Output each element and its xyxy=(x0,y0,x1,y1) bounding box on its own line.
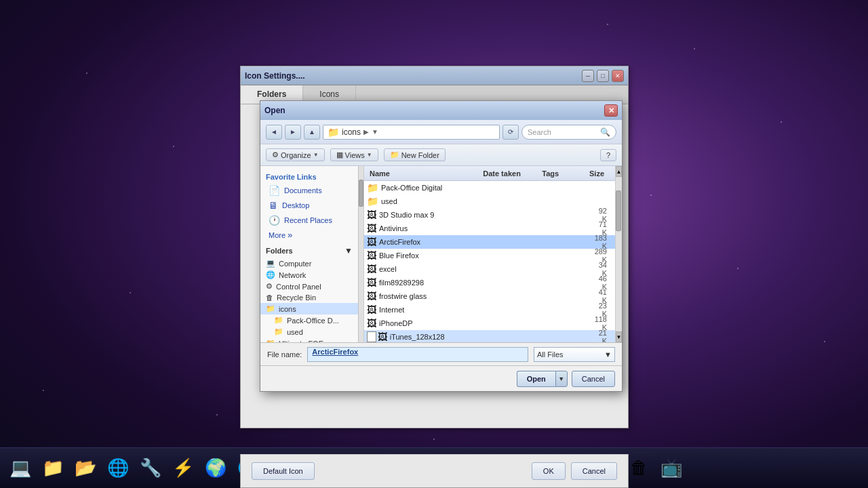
table-row[interactable]: 🖼 Blue Firefox 289 K xyxy=(364,249,615,262)
column-tags[interactable]: Tags xyxy=(542,169,589,178)
folder-item-icons[interactable]: 📁 icons xyxy=(260,303,358,314)
icon-settings-window-controls: ─ □ ✕ xyxy=(582,70,624,82)
file-list-scrollbar[interactable]: ▲ ▼ xyxy=(615,166,622,342)
cancel-settings-button[interactable]: Cancel xyxy=(571,462,617,480)
table-row[interactable]: 🖼 ArcticFirefox 183 K xyxy=(364,235,615,249)
file-icon: 🖼 xyxy=(367,304,376,315)
icon-settings-bottom-bar: Default Icon OK Cancel xyxy=(240,454,629,488)
table-row[interactable]: 📁 Pack-Office Digital xyxy=(364,181,615,195)
taskbar-icon-tools[interactable]: 🔧 xyxy=(136,453,165,483)
file-icon: 🖼 xyxy=(378,331,387,342)
ok-button[interactable]: OK xyxy=(532,462,566,480)
taskbar-icon-folder1[interactable]: 📁 xyxy=(38,453,68,483)
back-button[interactable]: ◄ xyxy=(266,125,282,140)
address-bar[interactable]: 📁 icons ▶ ▼ xyxy=(323,125,500,140)
default-icon-button[interactable]: Default Icon xyxy=(252,462,315,480)
folder-item-network[interactable]: 🌐 Network xyxy=(260,269,358,281)
open-button-dropdown[interactable]: ▼ xyxy=(555,371,568,387)
favorite-links-title: Favorite Links xyxy=(260,169,358,183)
folder-item-recycle-bin[interactable]: 🗑 Recycle Bin xyxy=(260,292,358,303)
scroll-thumb[interactable] xyxy=(616,190,621,231)
up-button[interactable]: ▲ xyxy=(304,125,320,140)
checkbox-icon[interactable] xyxy=(367,331,376,342)
taskbar-icon-globe1[interactable]: 🌍 xyxy=(201,453,231,483)
taskbar-icon-network[interactable]: 🌐 xyxy=(103,453,133,483)
taskbar-icon-monitor[interactable]: 📺 xyxy=(656,453,686,483)
folder-item-used[interactable]: 📁 used xyxy=(260,326,358,338)
sidebar-scroll-thumb[interactable] xyxy=(359,180,363,207)
pack-office-label: Pack-Office D... xyxy=(287,317,339,325)
column-date[interactable]: Date taken xyxy=(483,169,542,178)
cancel-button[interactable]: Cancel xyxy=(572,371,615,387)
icons-folder-icon: 📁 xyxy=(266,304,275,313)
table-row[interactable]: 📁 used xyxy=(364,195,615,208)
organize-button[interactable]: ⚙ Organize ▼ xyxy=(266,148,325,161)
recent-places-label: Recent Places xyxy=(284,216,332,224)
search-placeholder: Search xyxy=(528,128,551,136)
maximize-button[interactable]: □ xyxy=(597,70,609,82)
computer-icon: 💻 xyxy=(9,458,31,479)
sidebar-item-more[interactable]: More » xyxy=(260,228,358,242)
file-name: film89289298 xyxy=(379,279,492,287)
folder-icon: 📁 xyxy=(328,127,339,138)
open-dialog-close-button[interactable]: ✕ xyxy=(604,104,618,117)
file-icon: 🖼 xyxy=(367,264,376,274)
file-size: 21 K xyxy=(599,329,612,342)
filetype-select[interactable]: All Files ▼ xyxy=(534,347,615,362)
table-row[interactable]: 🖼 Antivirus 71 K xyxy=(364,222,615,235)
taskbar-icon-flash[interactable]: ⚡ xyxy=(168,453,198,483)
refresh-button[interactable]: ⟳ xyxy=(502,125,519,140)
close-icon[interactable]: ✕ xyxy=(612,70,624,82)
views-label: Views xyxy=(345,151,365,159)
sidebar-item-documents[interactable]: 📄 Documents xyxy=(260,183,358,198)
column-name[interactable]: Name xyxy=(364,169,483,178)
forward-button[interactable]: ► xyxy=(285,125,301,140)
control-panel-label: Control Panel xyxy=(276,283,321,291)
scroll-up-button[interactable]: ▲ xyxy=(616,166,622,177)
help-button[interactable]: ? xyxy=(600,149,616,161)
taskbar-icon-folder2[interactable]: 📂 xyxy=(71,453,100,483)
icons-label: icons xyxy=(279,305,296,313)
table-row[interactable]: 🖼 film89289298 46 K xyxy=(364,276,615,289)
folder-item-control-panel[interactable]: ⚙ Control Panel xyxy=(260,281,358,292)
column-size[interactable]: Size xyxy=(589,169,615,178)
minimize-button[interactable]: ─ xyxy=(582,70,594,82)
open-button[interactable]: Open xyxy=(517,371,555,387)
new-folder-label: New Folder xyxy=(401,151,439,159)
settings-left-buttons: Default Icon xyxy=(252,462,315,480)
filename-input[interactable]: ArcticFirefox xyxy=(307,347,528,362)
organize-icon: ⚙ xyxy=(272,150,279,159)
tools-icon: 🔧 xyxy=(140,458,161,479)
table-row[interactable]: 🖼 frostwire glass 41 K xyxy=(364,289,615,303)
file-name: iTunes_128x128 xyxy=(390,333,497,341)
flash-icon: ⚡ xyxy=(172,458,194,479)
folders-collapse-icon[interactable]: ▼ xyxy=(344,246,353,256)
table-row[interactable]: 🖼 excel 34 K xyxy=(364,262,615,276)
file-icon: 🖼 xyxy=(367,291,376,302)
monitor-icon: 📺 xyxy=(660,458,682,479)
new-folder-icon: 📁 xyxy=(390,150,399,159)
computer-label: Computer xyxy=(279,260,311,268)
file-name: 3D Studio max 9 xyxy=(379,211,492,219)
scroll-down-button[interactable]: ▼ xyxy=(616,331,622,342)
file-name: used xyxy=(381,197,497,205)
views-button[interactable]: ▦ Views ▼ xyxy=(330,148,378,161)
sidebar-scrollbar[interactable] xyxy=(359,166,364,342)
new-folder-button[interactable]: 📁 New Folder xyxy=(384,148,446,161)
documents-label: Documents xyxy=(284,186,322,195)
table-row[interactable]: 🖼 iTunes_128x128 21 K xyxy=(364,330,615,342)
file-name: ArcticFirefox xyxy=(379,238,490,246)
table-row[interactable]: 🖼 3D Studio max 9 92 K xyxy=(364,208,615,222)
desktop-label: Desktop xyxy=(282,201,309,209)
folder-item-computer[interactable]: 💻 Computer xyxy=(260,258,358,269)
table-row[interactable]: 🖼 iPhoneDP 118 K xyxy=(364,317,615,330)
folder-item-pack-office[interactable]: 📁 Pack-Office D... xyxy=(260,314,358,326)
search-input[interactable]: Search 🔍 xyxy=(521,125,616,140)
folder-item-ultimate[interactable]: 📁 Ultimate FOE... xyxy=(260,338,358,342)
file-name: frostwire glass xyxy=(379,292,492,300)
sidebar-item-desktop[interactable]: 🖥 Desktop xyxy=(260,198,358,213)
address-dropdown-icon: ▼ xyxy=(372,128,378,136)
taskbar-icon-computer[interactable]: 💻 xyxy=(5,453,35,483)
sidebar-item-recent-places[interactable]: 🕐 Recent Places xyxy=(260,213,358,228)
table-row[interactable]: 🖼 Internet 23 K xyxy=(364,303,615,317)
